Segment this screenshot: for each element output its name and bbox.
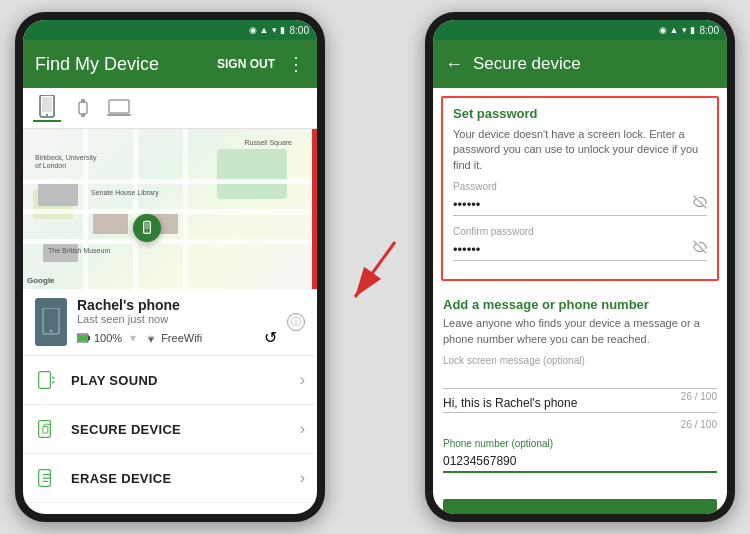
divider: ▾: [130, 331, 136, 345]
svg-rect-5: [81, 113, 85, 117]
password-section: Set password Your device doesn't have a …: [441, 96, 719, 281]
map-red-bar: [312, 129, 317, 289]
confirm-password-input[interactable]: [453, 239, 707, 261]
map-label-museum: The British Museum: [48, 247, 110, 254]
secure-content: Set password Your device doesn't have a …: [433, 88, 727, 514]
sign-out-button[interactable]: SIGN OUT: [217, 57, 275, 71]
svg-rect-3: [79, 102, 87, 114]
map-background: Birkbeck, University of London Russell S…: [23, 129, 317, 289]
map-label-russell: Russell Square: [245, 139, 292, 146]
refresh-icon[interactable]: ↺: [264, 328, 277, 347]
password-input[interactable]: [453, 194, 707, 216]
set-password-desc: Your device doesn't have a screen lock. …: [453, 127, 707, 173]
phone-number-label: Phone number (optional): [443, 438, 717, 449]
network-value: FreeWifi: [161, 332, 202, 344]
map-building-2: [93, 214, 128, 234]
google-logo: Google: [27, 276, 55, 285]
map-label-senate: Senate House Library: [91, 189, 159, 196]
add-message-title: Add a message or phone number: [443, 297, 717, 312]
laptop-tab[interactable]: [105, 94, 133, 122]
watch-tab[interactable]: [69, 94, 97, 122]
password-eye-icon[interactable]: [693, 195, 707, 212]
secure-device-header: ← Secure device: [433, 40, 727, 88]
svg-point-2: [46, 114, 48, 116]
phone-number-input[interactable]: [443, 451, 717, 473]
signal-icon-r: ▲: [670, 25, 679, 35]
map-road-v2: [133, 129, 138, 289]
play-sound-icon: [35, 368, 59, 392]
confirm-password-label: Confirm password: [453, 226, 707, 237]
device-last-seen: Last seen just now: [77, 313, 277, 325]
svg-rect-6: [109, 100, 129, 113]
device-info-section: Rachel's phone Last seen just now 100% ▾…: [23, 289, 317, 356]
svg-point-13: [50, 330, 53, 333]
svg-rect-18: [39, 372, 51, 389]
secure-device-button[interactable]: SECURE DEVICE: [443, 499, 717, 514]
device-name: Rachel's phone: [77, 297, 277, 313]
svg-rect-1: [42, 97, 52, 112]
battery-value: 100%: [94, 332, 122, 344]
status-icons-left: ◉ ▲ ▾ ▮ 8:00: [249, 25, 309, 36]
map-road-v3: [183, 129, 188, 289]
map-road-v1: [83, 129, 88, 289]
secure-device-chevron: ›: [300, 420, 305, 438]
time-right: 8:00: [700, 25, 719, 36]
device-info-icon[interactable]: ⓘ: [287, 313, 305, 331]
erase-device-chevron: ›: [300, 469, 305, 487]
back-button[interactable]: ←: [445, 54, 463, 75]
password-label: Password: [453, 181, 707, 192]
battery-icon-r: ▮: [690, 25, 695, 35]
location-icon-r: ◉: [659, 25, 667, 35]
wifi-status-icon: ▾: [272, 25, 277, 35]
status-icons-right: ◉ ▲ ▾ ▮ 8:00: [659, 25, 719, 36]
map-label-london: of London: [35, 162, 66, 169]
add-message-desc: Leave anyone who finds your device a mes…: [443, 316, 717, 347]
message-section: Add a message or phone number Leave anyo…: [433, 289, 727, 491]
app-title: Find My Device: [35, 54, 159, 75]
map-building-1: [38, 184, 78, 206]
char-count-display: 26 / 100: [443, 419, 717, 430]
secure-button-container: SECURE DEVICE: [433, 491, 727, 514]
app-bar: Find My Device SIGN OUT ⋮: [23, 40, 317, 88]
play-sound-label: PLAY SOUND: [71, 373, 288, 388]
direction-arrow: [345, 227, 405, 307]
svg-rect-16: [78, 335, 87, 341]
svg-point-10: [146, 231, 147, 232]
confirm-eye-icon[interactable]: [693, 240, 707, 257]
secure-device-title: Secure device: [473, 54, 581, 74]
password-group: Password: [453, 181, 707, 216]
left-screen: ◉ ▲ ▾ ▮ 8:00 Find My Device SIGN OUT ⋮: [23, 20, 317, 514]
play-sound-chevron: ›: [300, 371, 305, 389]
lock-message-input[interactable]: [443, 368, 717, 389]
erase-device-item[interactable]: ERASE DEVICE ›: [23, 454, 317, 503]
svg-line-20: [52, 381, 55, 383]
phone-tab[interactable]: [33, 94, 61, 122]
erase-device-label: ERASE DEVICE: [71, 471, 288, 486]
secure-device-label: SECURE DEVICE: [71, 422, 288, 437]
phone-number-group: Phone number (optional): [443, 438, 717, 473]
confirm-password-group: Confirm password: [453, 226, 707, 261]
menu-button[interactable]: ⋮: [287, 53, 305, 75]
wifi-icon-r: ▾: [682, 25, 687, 35]
lock-message-label: Lock screen message (optional): [443, 355, 717, 366]
svg-rect-15: [88, 336, 90, 340]
map-area: Birkbeck, University of London Russell S…: [23, 129, 317, 289]
secure-device-icon: [35, 417, 59, 441]
network-stat: FreeWifi: [144, 332, 202, 344]
map-label-birkbeck: Birkbeck, University: [35, 154, 96, 161]
battery-stat: 100%: [77, 332, 122, 344]
svg-rect-4: [81, 99, 85, 103]
status-bar-left: ◉ ▲ ▾ ▮ 8:00: [23, 20, 317, 40]
svg-rect-7: [107, 114, 131, 116]
app-bar-actions: SIGN OUT ⋮: [217, 53, 305, 75]
secure-device-item[interactable]: SECURE DEVICE ›: [23, 405, 317, 454]
device-details: Rachel's phone Last seen just now 100% ▾…: [77, 297, 277, 347]
play-sound-item[interactable]: PLAY SOUND ›: [23, 356, 317, 405]
right-phone: ◉ ▲ ▾ ▮ 8:00 ← Secure device Set passwor…: [425, 12, 735, 522]
svg-rect-12: [45, 310, 57, 328]
action-list: PLAY SOUND › SECURE DEVICE › ERASE DEVIC…: [23, 356, 317, 514]
device-thumbnail: [35, 298, 67, 346]
svg-line-19: [52, 377, 55, 379]
svg-rect-9: [145, 223, 149, 230]
signal-icon: ▲: [260, 25, 269, 35]
